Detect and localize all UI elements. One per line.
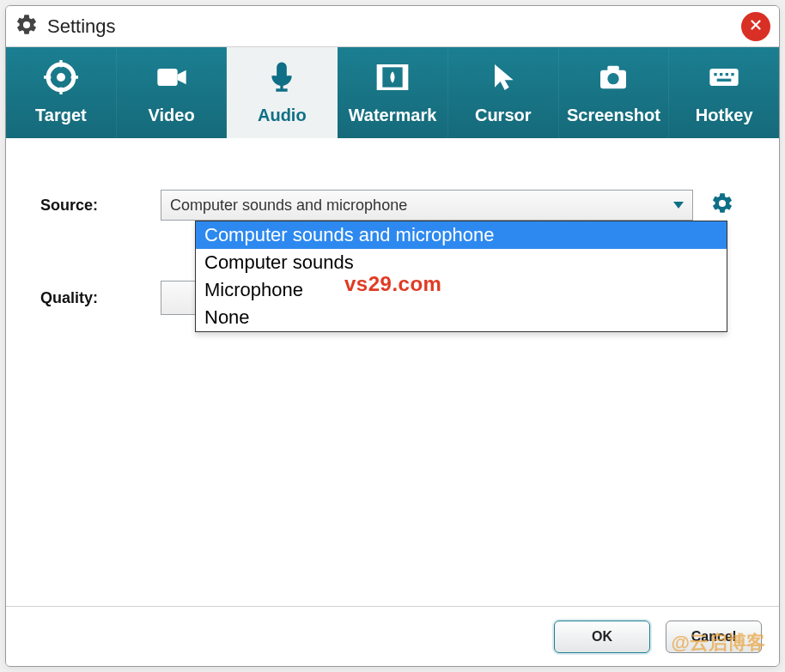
microphone-icon [265, 60, 299, 99]
button-label: Cancel [691, 629, 736, 645]
tab-label: Screenshot [567, 106, 660, 125]
svg-rect-6 [157, 69, 177, 86]
dropdown-option[interactable]: Computer sounds and microphone [196, 221, 727, 249]
svg-rect-13 [403, 66, 407, 89]
tab-label: Video [149, 106, 195, 125]
svg-marker-7 [177, 70, 186, 85]
gear-icon [15, 13, 39, 40]
source-label: Source: [40, 197, 161, 215]
tab-label: Target [35, 106, 87, 125]
tab-screenshot[interactable]: Screenshot [559, 47, 670, 138]
close-icon [748, 17, 764, 36]
settings-content: Source: Computer sounds and microphone Q… [6, 138, 779, 606]
svg-rect-22 [732, 73, 734, 76]
svg-rect-18 [710, 69, 739, 86]
quality-label: Quality: [40, 289, 161, 307]
tab-video[interactable]: Video [117, 47, 228, 138]
video-icon [155, 60, 189, 99]
tab-bar: Target Video Audio Watermark Cursor [6, 47, 779, 138]
chevron-down-icon [673, 202, 684, 209]
ok-button[interactable]: OK [554, 621, 650, 653]
svg-rect-20 [720, 73, 722, 76]
svg-point-17 [608, 73, 619, 84]
svg-point-1 [57, 73, 65, 82]
dropdown-option[interactable]: Computer sounds [196, 249, 727, 276]
tab-label: Audio [258, 106, 307, 125]
dropdown-option[interactable]: None [196, 304, 727, 331]
window-title: Settings [47, 15, 116, 38]
tab-label: Cursor [475, 106, 532, 125]
close-button[interactable] [741, 12, 770, 41]
tab-hotkey[interactable]: Hotkey [669, 47, 779, 138]
titlebar: Settings [6, 6, 779, 47]
button-label: OK [592, 629, 612, 645]
source-row: Source: Computer sounds and microphone [40, 190, 745, 221]
source-selected-value: Computer sounds and microphone [170, 197, 407, 215]
settings-window: Settings Target Video Audio [5, 5, 780, 667]
camera-icon [596, 60, 630, 99]
content-inner: Source: Computer sounds and microphone Q… [40, 190, 745, 606]
tab-audio[interactable]: Audio [227, 47, 338, 138]
watermark-icon [375, 60, 410, 99]
svg-rect-23 [717, 79, 732, 82]
source-combobox[interactable]: Computer sounds and microphone [161, 190, 693, 221]
dropdown-option[interactable]: Microphone [196, 276, 727, 304]
source-settings-button[interactable] [709, 191, 736, 219]
cancel-button[interactable]: Cancel [666, 621, 762, 653]
svg-rect-12 [378, 66, 382, 89]
gear-icon [710, 191, 734, 219]
tab-label: Hotkey [696, 106, 753, 125]
source-dropdown-list: Computer sounds and microphone Computer … [195, 221, 727, 332]
svg-rect-16 [608, 66, 619, 72]
dialog-footer: OK Cancel [6, 606, 779, 666]
svg-marker-14 [495, 64, 514, 90]
tab-cursor[interactable]: Cursor [448, 47, 559, 138]
svg-rect-19 [715, 73, 717, 76]
tab-label: Watermark [349, 106, 437, 125]
cursor-icon [486, 60, 520, 99]
svg-rect-21 [726, 73, 728, 76]
keyboard-icon [707, 60, 741, 99]
target-icon [44, 60, 78, 99]
tab-target[interactable]: Target [6, 47, 117, 138]
tab-watermark[interactable]: Watermark [338, 47, 448, 138]
